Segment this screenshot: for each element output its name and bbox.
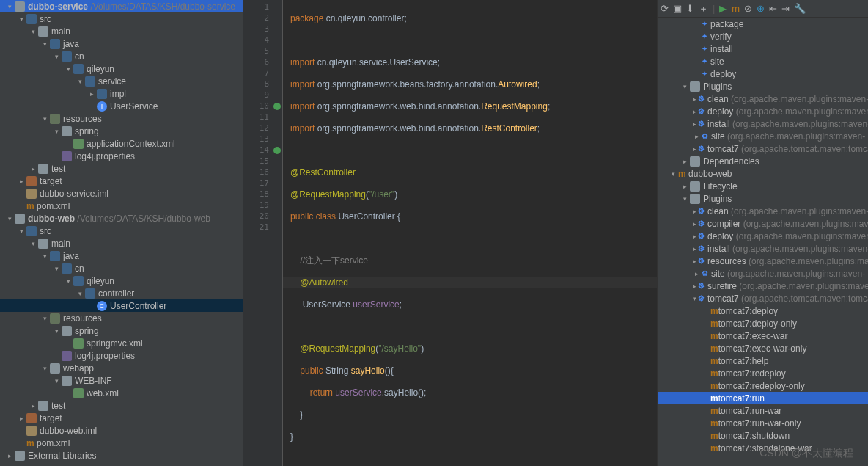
folder-icon [38,26,48,37]
plugin-site[interactable]: ▸⚙site (org.apache.maven.plugins:maven- [658,130,868,142]
goal-tomcat7-run-war-only[interactable]: mtomcat7:run-war-only [658,417,868,429]
file-webxml[interactable]: web.xml [0,387,243,399]
package-icon [73,276,84,286]
folder-src[interactable]: ▾src [0,12,243,25]
goal-tomcat7-redeploy[interactable]: mtomcat7:redeploy [658,367,868,379]
package-service[interactable]: ▾service [0,75,243,87]
folder-java[interactable]: ▾java [0,37,243,50]
goal-tomcat7-help[interactable]: mtomcat7:help [658,354,868,367]
goal-site[interactable]: ✦site [658,55,868,68]
refresh-icon[interactable]: ⟳ [661,3,669,14]
add-icon[interactable]: ＋ [699,2,708,15]
goal-verify[interactable]: ✦verify [658,30,868,43]
class-userservice[interactable]: IUserService [0,100,243,112]
goal-tomcat7-run[interactable]: mtomcat7:run [658,392,868,404]
folder-target[interactable]: ▸target [0,175,243,187]
node-plugins[interactable]: ▾Plugins [658,192,868,205]
folder-icon [50,251,60,261]
file-pom[interactable]: m pom.xml [0,437,243,449]
goal-tomcat7-redeploy-only[interactable]: mtomcat7:redeploy-only [658,379,868,392]
plugin-clean[interactable]: ▸⚙clean (org.apache.maven.plugins:maven- [658,92,868,105]
goal-tomcat7-run-war[interactable]: mtomcat7:run-war [658,404,868,417]
file-pom[interactable]: m pom.xml [0,200,243,212]
folder-icon [690,181,700,192]
node-dependencies[interactable]: ▸Dependencies [658,155,868,167]
folder-resources[interactable]: ▾resources [0,112,243,125]
goal-tomcat7-exec-war-only[interactable]: mtomcat7:exec-war-only [658,342,868,354]
iml-icon [26,189,37,199]
folder-spring[interactable]: ▾spring [0,324,243,337]
expand-icon[interactable]: ⇥ [781,3,790,14]
folder-test[interactable]: ▸test [0,399,243,412]
goal-tomcat7-deploy[interactable]: mtomcat7:deploy [658,305,868,317]
expand-icon[interactable]: ▾ [6,3,13,10]
plugin-tomcat7[interactable]: ▸⚙tomcat7 (org.apache.tomcat.maven:tomca… [658,142,868,155]
node-plugins[interactable]: ▾Plugins [658,80,868,92]
folder-src[interactable]: ▾src [0,225,243,237]
package-impl[interactable]: ▸impl [0,87,243,100]
folder-webapp[interactable]: ▾webapp [0,362,243,374]
skip-tests-icon[interactable]: ⊘ [744,3,752,14]
goal-package[interactable]: ✦package [658,18,868,30]
folder-spring[interactable]: ▾spring [0,125,243,137]
folder-java[interactable]: ▾java [0,250,243,262]
folder-icon [26,413,37,423]
plugin-resources[interactable]: ▸⚙resources (org.apache.maven.plugins:ma… [658,255,868,267]
folder-main[interactable]: ▾main [0,237,243,250]
generate-icon[interactable]: ▣ [673,3,682,14]
plugin-tomcat7[interactable]: ▾⚙tomcat7 (org.apache.tomcat.maven:tomca… [658,292,868,305]
external-libraries[interactable]: ▸External Libraries [0,449,243,462]
package-controller[interactable]: ▾controller [0,287,243,299]
project-tree[interactable]: ▾ dubbo-service /Volumes/DATAS/KSH/dubbo… [0,0,243,466]
module-dubbo-web[interactable]: ▾m dubbo-web [658,167,868,180]
gutter[interactable]: 12345 6789 10 111213 14 15161718 192021 [243,0,283,466]
class-usercontroller[interactable]: CUserController [0,299,243,312]
plugin-surefire[interactable]: ▸⚙surefire (org.apache.maven.plugins:mav… [658,280,868,292]
editor[interactable]: 12345 6789 10 111213 14 15161718 192021 … [243,0,657,466]
file-log4j[interactable]: log4j.properties [0,349,243,362]
plugin-install[interactable]: ▸⚙install (org.apache.maven.plugins:mave… [658,242,868,255]
maven-icon[interactable]: m [731,3,740,14]
package-qileyun[interactable]: ▾qileyun [0,274,243,287]
folder-resources[interactable]: ▾resources [0,312,243,324]
folder-main[interactable]: ▾main [0,25,243,37]
file-iml[interactable]: dubbo-service.iml [0,187,243,200]
file-appctx[interactable]: applicationContext.xml [0,137,243,150]
file-log4j[interactable]: log4j.properties [0,150,243,162]
settings-icon[interactable]: 🔧 [794,3,806,14]
gutter-marker-icon[interactable] [273,103,281,110]
code-area[interactable]: package cn.qileyun.controller; import cn… [283,0,657,466]
gutter-marker-icon[interactable] [273,147,281,154]
folder-icon [38,164,48,174]
plugin-install[interactable]: ▸⚙install (org.apache.maven.plugins:mave… [658,117,868,130]
offline-icon[interactable]: ⊕ [757,3,765,14]
goal-deploy[interactable]: ✦deploy [658,68,868,80]
project-root-dubbo-service[interactable]: ▾ dubbo-service /Volumes/DATAS/KSH/dubbo… [0,0,243,12]
plugin-deploy[interactable]: ▸⚙deploy (org.apache.maven.plugins:maven… [658,105,868,117]
goal-tomcat7-shutdown[interactable]: mtomcat7:shutdown [658,429,868,442]
goal-tomcat7-deploy-only[interactable]: mtomcat7:deploy-only [658,317,868,330]
package-cn[interactable]: ▾cn [0,262,243,274]
plugin-compiler[interactable]: ▸⚙compiler (org.apache.maven.plugins:mav… [658,217,868,230]
file-springmvc[interactable]: springmvc.xml [0,337,243,349]
plugin-site[interactable]: ▸⚙site (org.apache.maven.plugins:maven- [658,267,868,280]
folder-test[interactable]: ▸test [0,162,243,175]
folder-target[interactable]: ▸target [0,412,243,424]
folder-icon [690,194,700,204]
maven-toolbar: ⟳ ▣ ⬇ ＋ | ▶ m ⊘ ⊕ ⇤ ⇥ 🔧 [658,0,868,18]
collapse-icon[interactable]: ⇤ [769,3,777,14]
plugin-deploy[interactable]: ▸⚙deploy (org.apache.maven.plugins:maven… [658,230,868,242]
file-iml[interactable]: dubbo-web.iml [0,424,243,437]
maven-panel[interactable]: ⟳ ▣ ⬇ ＋ | ▶ m ⊘ ⊕ ⇤ ⇥ 🔧 ✦package ✦verify… [657,0,868,466]
download-icon[interactable]: ⬇ [686,3,694,14]
goal-install[interactable]: ✦install [658,43,868,55]
goal-tomcat7-exec-war[interactable]: mtomcat7:exec-war [658,330,868,342]
run-icon[interactable]: ▶ [719,3,727,14]
project-root-dubbo-web[interactable]: ▾ dubbo-web /Volumes/DATAS/KSH/dubbo-web [0,212,243,225]
project-name: dubbo-service [28,1,88,12]
folder-webinf[interactable]: ▾WEB-INF [0,374,243,387]
plugin-clean[interactable]: ▸⚙clean (org.apache.maven.plugins:maven- [658,205,868,217]
package-qileyun[interactable]: ▾qileyun [0,62,243,75]
node-lifecycle[interactable]: ▸Lifecycle [658,180,868,192]
package-cn[interactable]: ▾cn [0,50,243,62]
